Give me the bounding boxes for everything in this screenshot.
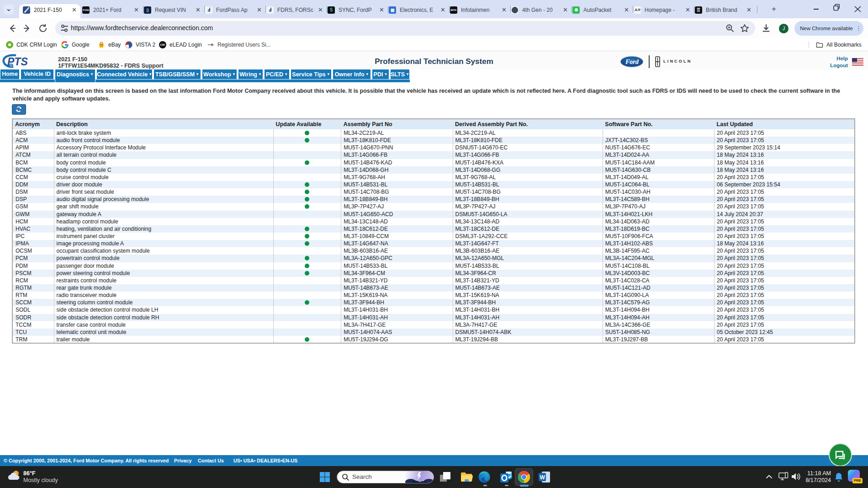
svg-text:Ford: Ford xyxy=(625,58,639,65)
svg-text:W: W xyxy=(540,474,545,481)
